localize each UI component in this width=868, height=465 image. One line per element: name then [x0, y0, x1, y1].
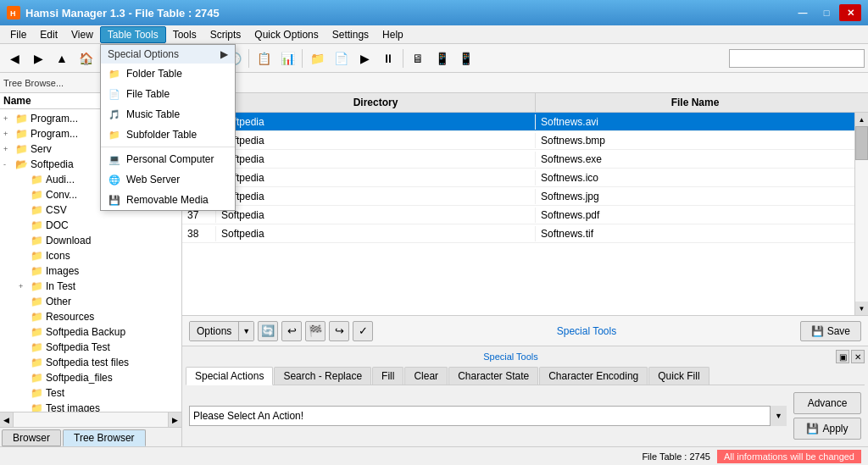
toolbar-folder[interactable]: 📁: [306, 47, 328, 69]
table-tools-dropdown: Special Options ▶ 📁 Folder Table 📄 File …: [100, 44, 236, 211]
dropdown-item-subfolder-table[interactable]: 📁 Subfolder Table: [101, 125, 235, 145]
options-label: Options: [190, 322, 239, 340]
advance-button[interactable]: Advance: [793, 392, 861, 414]
cell-dir-2: Softpedia: [216, 133, 536, 148]
menu-help[interactable]: Help: [376, 26, 410, 43]
toolbar-img1[interactable]: 📋: [253, 47, 275, 69]
tab-clear[interactable]: Clear: [404, 367, 448, 385]
tree-item-test[interactable]: 📁 Test: [2, 385, 180, 401]
toolbar-pause[interactable]: ⏸: [377, 47, 399, 69]
action-select[interactable]: Please Select An Action!: [189, 406, 787, 426]
tree-item-download[interactable]: 📁 Download: [2, 233, 180, 248]
flag-btn[interactable]: 🏁: [305, 321, 326, 341]
select-dropdown-arrow[interactable]: ▼: [770, 406, 787, 426]
table-row[interactable]: Softpedia Softnews.ico: [182, 169, 854, 187]
tree-item-icons[interactable]: 📁 Icons: [2, 248, 180, 263]
menu-edit[interactable]: Edit: [33, 26, 64, 43]
menu-scripts[interactable]: Scripts: [203, 26, 248, 43]
tree-label-13: Other: [46, 296, 71, 307]
tab-character-state[interactable]: Character State: [448, 367, 538, 385]
menu-file[interactable]: File: [3, 26, 33, 43]
apply-button[interactable]: 💾 Apply: [793, 418, 861, 440]
menu-tools[interactable]: Tools: [166, 26, 203, 43]
table-row[interactable]: 37 Softpedia Softnews.pdf: [182, 206, 854, 224]
toolbar-up[interactable]: ▲: [51, 47, 73, 69]
tab-special-actions[interactable]: Special Actions: [186, 367, 273, 385]
dropdown-item-folder-table[interactable]: 📁 Folder Table: [101, 64, 235, 84]
options-dropdown-arrow[interactable]: ▼: [239, 322, 253, 340]
tree-item-softpedia-testfiles[interactable]: 📁 Softpedia test files: [2, 355, 180, 370]
tab-quick-fill[interactable]: Quick Fill: [648, 367, 709, 385]
tree-scroll-right[interactable]: ▶: [168, 412, 181, 427]
redo-btn[interactable]: ↪: [329, 321, 349, 341]
col-header-filename: File Name: [536, 93, 854, 112]
cell-dir-3: Softpedia: [216, 152, 536, 167]
tree-browser-tab[interactable]: Tree Browser: [63, 429, 146, 446]
table-row[interactable]: Softpedia Softnews.exe: [182, 150, 854, 169]
dropdown-label-file-table: File Table: [126, 88, 170, 100]
tree-item-doc[interactable]: 📁 DOC: [2, 218, 180, 233]
table-row[interactable]: Softpedia Softnews.bmp: [182, 131, 854, 150]
special-tools-close[interactable]: ✕: [851, 350, 865, 363]
dropdown-item-removable-media[interactable]: 💾 Removable Media: [101, 190, 235, 210]
table-row[interactable]: 38 Softpedia Softnews.tif: [182, 224, 854, 243]
tree-item-resources[interactable]: 📁 Resources: [2, 309, 180, 324]
menu-view[interactable]: View: [64, 26, 100, 43]
tree-item-images[interactable]: 📁 Images: [2, 263, 180, 279]
toolbar-phone[interactable]: 📱: [454, 47, 476, 69]
tree-hscroll-track[interactable]: [14, 412, 168, 427]
table-row[interactable]: 36 Softpedia Softnews.jpg: [182, 187, 854, 206]
toolbar-forward[interactable]: ▶: [27, 47, 49, 69]
dropdown-header-special-options[interactable]: Special Options ▶: [101, 45, 235, 64]
scroll-up-btn[interactable]: ▲: [855, 113, 868, 126]
refresh-btn[interactable]: 🔄: [258, 321, 278, 341]
table-row[interactable]: Softpedia Softnews.avi: [182, 113, 854, 131]
tree-item-other[interactable]: 📁 Other: [2, 294, 180, 309]
menu-settings[interactable]: Settings: [326, 26, 376, 43]
dropdown-item-music-table[interactable]: 🎵 Music Table: [101, 104, 235, 125]
scroll-thumb[interactable]: [855, 126, 868, 160]
scroll-track[interactable]: [855, 126, 868, 302]
tree-item-softpedia-test[interactable]: 📁 Softpedia Test: [2, 340, 180, 355]
close-button[interactable]: ✕: [839, 4, 861, 21]
tab-character-encoding[interactable]: Character Encoding: [539, 367, 648, 385]
toolbar-device[interactable]: 📱: [431, 47, 453, 69]
tree-item-softpedia-backup[interactable]: 📁 Softpedia Backup: [2, 324, 180, 340]
dropdown-item-file-table[interactable]: 📄 File Table: [101, 84, 235, 104]
dropdown-item-personal-computer[interactable]: 💻 Personal Computer: [101, 149, 235, 169]
title-bar: H Hamsi Manager 1.3 - File Table : 2745 …: [0, 0, 868, 25]
menu-table-tools[interactable]: Table Tools: [100, 26, 166, 43]
undo-btn[interactable]: ↩: [281, 321, 302, 341]
special-tools-restore[interactable]: ▣: [836, 350, 849, 363]
options-button[interactable]: Options ▼: [189, 321, 254, 341]
tab-fill[interactable]: Fill: [372, 367, 403, 385]
menu-quick-options[interactable]: Quick Options: [248, 26, 325, 43]
toolbar-home[interactable]: 🏠: [75, 47, 97, 69]
save-button[interactable]: 💾 Save: [800, 321, 861, 341]
cell-file-6: Softnews.pdf: [536, 208, 854, 223]
tree-item-softpedia-files[interactable]: 📁 Softpedia_files: [2, 370, 180, 385]
table-scrollbar[interactable]: ▲ ▼: [854, 113, 868, 315]
scroll-down-btn[interactable]: ▼: [855, 302, 868, 315]
minimize-button[interactable]: —: [792, 4, 814, 21]
tree-label-18: Softpedia_files: [46, 372, 113, 384]
dropdown-label-subfolder-table: Subfolder Table: [126, 129, 197, 141]
check-btn[interactable]: ✓: [353, 321, 373, 341]
toolbar-monitor[interactable]: 🖥: [407, 47, 429, 69]
tab-search-replace[interactable]: Search - Replace: [274, 367, 371, 385]
tree-scroll-left[interactable]: ◀: [0, 412, 14, 427]
cell-file-7: Softnews.tif: [536, 226, 854, 241]
maximize-button[interactable]: □: [815, 4, 837, 21]
toolbar-search-input[interactable]: [729, 49, 865, 68]
toolbar-play[interactable]: ▶: [353, 47, 376, 69]
browser-tab[interactable]: Browser: [2, 429, 61, 446]
tree-item-test-images[interactable]: 📁 Test images: [2, 401, 180, 412]
toolbar-img2[interactable]: 📊: [276, 47, 298, 69]
toolbar-page[interactable]: 📄: [330, 47, 352, 69]
app-icon: H: [7, 6, 20, 19]
toolbar-back[interactable]: ◀: [3, 47, 25, 69]
tree-label-12: In Test: [46, 280, 75, 292]
tree-item-intest[interactable]: + 📁 In Test: [2, 279, 180, 294]
dropdown-item-web-server[interactable]: 🌐 Web Server: [101, 169, 235, 190]
window-title: Hamsi Manager 1.3 - File Table : 2745: [25, 7, 220, 19]
